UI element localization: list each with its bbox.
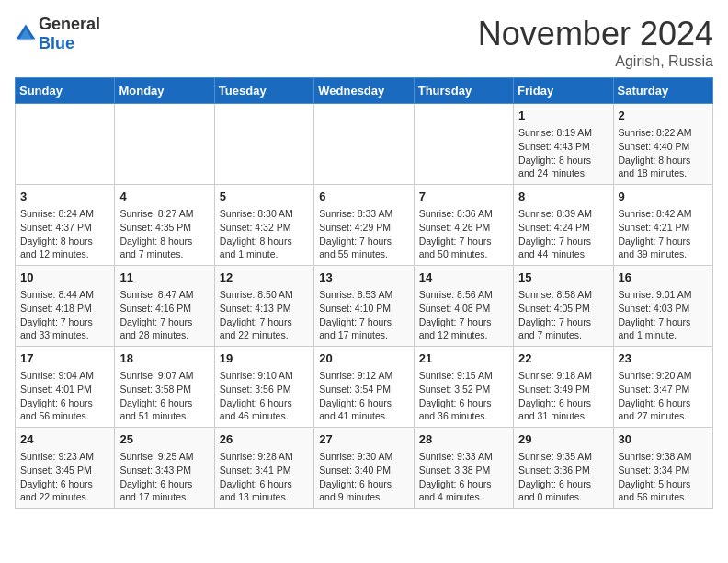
title-block: November 2024 Agirish, Russia	[478, 15, 713, 70]
day-info: Sunrise: 9:38 AMSunset: 3:34 PMDaylight:…	[619, 450, 708, 504]
day-info: Sunrise: 9:10 AMSunset: 3:56 PMDaylight:…	[220, 369, 309, 423]
calendar-cell: 24Sunrise: 9:23 AMSunset: 3:45 PMDayligh…	[16, 428, 115, 509]
day-info: Sunrise: 9:28 AMSunset: 3:41 PMDaylight:…	[220, 450, 309, 504]
day-number: 22	[518, 350, 608, 367]
calendar-cell: 20Sunrise: 9:12 AMSunset: 3:54 PMDayligh…	[314, 347, 414, 428]
month-title: November 2024	[478, 15, 713, 53]
day-number: 4	[119, 189, 209, 205]
day-number: 24	[20, 431, 109, 448]
weekday-header-friday: Friday	[514, 78, 613, 104]
day-number: 11	[119, 270, 209, 286]
calendar-cell: 6Sunrise: 8:33 AMSunset: 4:29 PMDaylight…	[314, 185, 414, 266]
day-info: Sunrise: 9:15 AMSunset: 3:52 PMDaylight:…	[419, 369, 508, 423]
day-info: Sunrise: 8:56 AMSunset: 4:08 PMDaylight:…	[419, 288, 508, 342]
day-number: 21	[419, 350, 508, 367]
day-number: 30	[619, 431, 708, 448]
calendar-cell: 29Sunrise: 9:35 AMSunset: 3:36 PMDayligh…	[514, 428, 613, 509]
weekday-header-monday: Monday	[115, 78, 214, 104]
day-info: Sunrise: 8:50 AMSunset: 4:13 PMDaylight:…	[220, 288, 309, 342]
calendar-cell: 21Sunrise: 9:15 AMSunset: 3:52 PMDayligh…	[414, 347, 513, 428]
calendar-cell: 26Sunrise: 9:28 AMSunset: 3:41 PMDayligh…	[214, 428, 313, 509]
day-info: Sunrise: 9:07 AMSunset: 3:58 PMDaylight:…	[119, 369, 209, 423]
day-number: 15	[518, 270, 608, 286]
day-number: 2	[619, 108, 708, 124]
calendar-cell: 17Sunrise: 9:04 AMSunset: 4:01 PMDayligh…	[16, 347, 115, 428]
day-info: Sunrise: 9:33 AMSunset: 3:38 PMDaylight:…	[419, 450, 508, 504]
day-info: Sunrise: 9:35 AMSunset: 3:36 PMDaylight:…	[518, 450, 608, 504]
day-number: 6	[319, 189, 408, 205]
weekday-header-saturday: Saturday	[613, 78, 712, 104]
logo-text-general: General	[39, 15, 100, 33]
day-info: Sunrise: 8:58 AMSunset: 4:05 PMDaylight:…	[518, 288, 608, 342]
weekday-header-wednesday: Wednesday	[314, 78, 414, 104]
calendar-cell: 2Sunrise: 8:22 AMSunset: 4:40 PMDaylight…	[613, 104, 712, 185]
calendar-cell: 10Sunrise: 8:44 AMSunset: 4:18 PMDayligh…	[16, 266, 115, 347]
calendar-cell	[214, 104, 313, 185]
day-info: Sunrise: 8:22 AMSunset: 4:40 PMDaylight:…	[619, 126, 708, 180]
logo-icon	[15, 23, 37, 45]
calendar-cell	[115, 104, 214, 185]
day-info: Sunrise: 9:18 AMSunset: 3:49 PMDaylight:…	[518, 369, 608, 423]
week-row-5: 24Sunrise: 9:23 AMSunset: 3:45 PMDayligh…	[16, 428, 713, 509]
day-number: 18	[119, 350, 209, 367]
calendar-cell: 9Sunrise: 8:42 AMSunset: 4:21 PMDaylight…	[613, 185, 712, 266]
calendar-cell: 3Sunrise: 8:24 AMSunset: 4:37 PMDaylight…	[16, 185, 115, 266]
calendar-cell: 11Sunrise: 8:47 AMSunset: 4:16 PMDayligh…	[115, 266, 214, 347]
calendar-cell: 27Sunrise: 9:30 AMSunset: 3:40 PMDayligh…	[314, 428, 414, 509]
calendar-cell: 12Sunrise: 8:50 AMSunset: 4:13 PMDayligh…	[214, 266, 313, 347]
calendar-cell: 13Sunrise: 8:53 AMSunset: 4:10 PMDayligh…	[314, 266, 414, 347]
day-info: Sunrise: 8:39 AMSunset: 4:24 PMDaylight:…	[518, 207, 608, 261]
calendar-cell: 23Sunrise: 9:20 AMSunset: 3:47 PMDayligh…	[613, 347, 712, 428]
day-info: Sunrise: 8:33 AMSunset: 4:29 PMDaylight:…	[319, 207, 408, 261]
day-info: Sunrise: 8:42 AMSunset: 4:21 PMDaylight:…	[619, 207, 708, 261]
day-info: Sunrise: 9:04 AMSunset: 4:01 PMDaylight:…	[20, 369, 109, 423]
day-number: 9	[619, 189, 708, 205]
weekday-header-row: SundayMondayTuesdayWednesdayThursdayFrid…	[16, 78, 713, 104]
day-info: Sunrise: 8:47 AMSunset: 4:16 PMDaylight:…	[119, 288, 209, 342]
day-info: Sunrise: 9:01 AMSunset: 4:03 PMDaylight:…	[619, 288, 708, 342]
day-number: 20	[319, 350, 408, 367]
day-number: 10	[20, 270, 109, 286]
day-info: Sunrise: 8:27 AMSunset: 4:35 PMDaylight:…	[119, 207, 209, 261]
calendar-cell	[414, 104, 513, 185]
calendar-cell: 22Sunrise: 9:18 AMSunset: 3:49 PMDayligh…	[514, 347, 613, 428]
day-info: Sunrise: 9:23 AMSunset: 3:45 PMDaylight:…	[20, 450, 109, 504]
logo-text-blue: Blue	[39, 34, 74, 52]
calendar-cell: 14Sunrise: 8:56 AMSunset: 4:08 PMDayligh…	[414, 266, 513, 347]
day-number: 8	[518, 189, 608, 205]
calendar-cell: 19Sunrise: 9:10 AMSunset: 3:56 PMDayligh…	[214, 347, 313, 428]
calendar-cell: 30Sunrise: 9:38 AMSunset: 3:34 PMDayligh…	[613, 428, 712, 509]
location: Agirish, Russia	[478, 53, 713, 70]
day-number: 26	[220, 431, 309, 448]
day-number: 13	[319, 270, 408, 286]
day-info: Sunrise: 8:53 AMSunset: 4:10 PMDaylight:…	[319, 288, 408, 342]
calendar-cell: 1Sunrise: 8:19 AMSunset: 4:43 PMDaylight…	[514, 104, 613, 185]
day-number: 25	[119, 431, 209, 448]
calendar-cell	[16, 104, 115, 185]
day-number: 14	[419, 270, 508, 286]
day-info: Sunrise: 8:36 AMSunset: 4:26 PMDaylight:…	[419, 207, 508, 261]
day-number: 28	[419, 431, 508, 448]
calendar-cell: 25Sunrise: 9:25 AMSunset: 3:43 PMDayligh…	[115, 428, 214, 509]
day-number: 5	[220, 189, 309, 205]
weekday-header-sunday: Sunday	[16, 78, 115, 104]
day-number: 19	[220, 350, 309, 367]
calendar-cell	[314, 104, 414, 185]
week-row-4: 17Sunrise: 9:04 AMSunset: 4:01 PMDayligh…	[16, 347, 713, 428]
day-info: Sunrise: 8:24 AMSunset: 4:37 PMDaylight:…	[20, 207, 109, 261]
day-number: 27	[319, 431, 408, 448]
calendar-cell: 18Sunrise: 9:07 AMSunset: 3:58 PMDayligh…	[115, 347, 214, 428]
day-number: 23	[619, 350, 708, 367]
day-info: Sunrise: 8:19 AMSunset: 4:43 PMDaylight:…	[518, 126, 608, 180]
week-row-3: 10Sunrise: 8:44 AMSunset: 4:18 PMDayligh…	[16, 266, 713, 347]
day-info: Sunrise: 8:44 AMSunset: 4:18 PMDaylight:…	[20, 288, 109, 342]
week-row-2: 3Sunrise: 8:24 AMSunset: 4:37 PMDaylight…	[16, 185, 713, 266]
day-number: 29	[518, 431, 608, 448]
calendar-table: SundayMondayTuesdayWednesdayThursdayFrid…	[15, 77, 713, 509]
calendar-cell: 4Sunrise: 8:27 AMSunset: 4:35 PMDaylight…	[115, 185, 214, 266]
calendar-cell: 28Sunrise: 9:33 AMSunset: 3:38 PMDayligh…	[414, 428, 513, 509]
weekday-header-tuesday: Tuesday	[214, 78, 313, 104]
calendar-cell: 8Sunrise: 8:39 AMSunset: 4:24 PMDaylight…	[514, 185, 613, 266]
page-header: General Blue November 2024 Agirish, Russ…	[15, 15, 713, 70]
day-number: 12	[220, 270, 309, 286]
